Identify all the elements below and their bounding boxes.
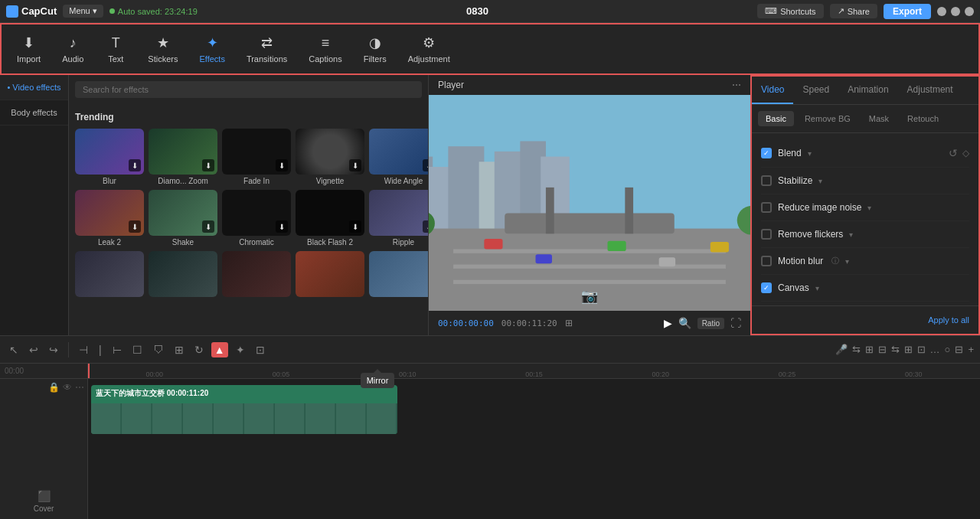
checkbox-motion-blur[interactable] xyxy=(761,256,772,266)
blend-dropdown-icon[interactable]: ▾ xyxy=(808,149,812,158)
toolbar-item-audio[interactable]: ♪ Audio xyxy=(53,31,93,68)
effects-icon: ✦ xyxy=(207,34,218,51)
share-button[interactable]: ↗ Share xyxy=(830,4,877,18)
option-row-stabilize: Stabilize ▾ xyxy=(761,168,969,194)
effect-card-r1[interactable] xyxy=(75,251,144,299)
effects-nav-video[interactable]: • Video effects xyxy=(0,75,68,100)
tl-add-icon[interactable]: ⊞ xyxy=(865,344,874,355)
effect-card-r5[interactable] xyxy=(369,251,428,299)
tl-mirror-button[interactable]: ▲ xyxy=(211,342,228,357)
toolbar-item-transitions[interactable]: ⇄ Transitions xyxy=(237,30,296,68)
option-left-canvas: ✓ Canvas ▾ xyxy=(761,282,819,293)
tl-split-left-button[interactable]: ⊣ xyxy=(76,342,91,357)
checkbox-reduce-noise[interactable] xyxy=(761,202,772,213)
canvas-dropdown-icon[interactable]: ▾ xyxy=(815,284,819,292)
effect-card-leak2[interactable]: ⬇ Leak 2 xyxy=(75,190,144,246)
tl-redo-button[interactable]: ↪ xyxy=(46,342,61,357)
tl-mic-icon[interactable]: 🎤 xyxy=(835,344,848,355)
tl-more-icon[interactable]: … xyxy=(930,344,940,355)
tl-eye-icon[interactable]: 👁 xyxy=(63,382,72,393)
tl-lock-icon[interactable]: 🔒 xyxy=(48,382,60,393)
menu-button[interactable]: Menu ▾ xyxy=(63,5,103,18)
checkbox-flickers[interactable] xyxy=(761,229,772,240)
subtab-mask[interactable]: Mask xyxy=(861,111,897,126)
shortcuts-button[interactable]: ⌨ Shortcuts xyxy=(757,4,823,18)
tab-animation[interactable]: Animation xyxy=(838,77,897,104)
minimize-button[interactable] xyxy=(937,7,946,16)
reset-blend-icon[interactable]: ↺ xyxy=(949,147,958,159)
stabilize-dropdown-icon[interactable]: ▾ xyxy=(818,177,822,185)
export-button[interactable]: Export xyxy=(884,4,931,19)
subtab-remove-bg[interactable]: Remove BG xyxy=(797,111,858,126)
effect-card-shake[interactable]: ⬇ Shake xyxy=(149,190,217,246)
diamond-blend-icon[interactable]: ◇ xyxy=(962,148,969,158)
fullscreen-icon[interactable]: ⛶ xyxy=(730,317,741,329)
checkbox-canvas[interactable]: ✓ xyxy=(761,282,772,293)
ratio-button[interactable]: Ratio xyxy=(697,318,724,329)
tl-more-track-icon[interactable]: ⋯ xyxy=(75,382,84,393)
checkbox-blend[interactable]: ✓ xyxy=(761,148,772,158)
tl-shield-button[interactable]: ⛉ xyxy=(150,342,167,357)
close-button[interactable] xyxy=(965,7,974,16)
subtab-retouch[interactable]: Retouch xyxy=(900,111,946,126)
maximize-button[interactable] xyxy=(951,7,960,16)
noise-dropdown-icon[interactable]: ▾ xyxy=(867,204,871,212)
tl-undo-button[interactable]: ↩ xyxy=(26,342,41,357)
tab-speed[interactable]: Speed xyxy=(793,77,838,104)
effect-card-wide-angle[interactable]: ⬇ Wide Angle xyxy=(369,129,428,185)
effect-card-chromatic[interactable]: ⬇ Chromatic xyxy=(222,190,291,246)
search-input[interactable] xyxy=(75,81,422,98)
tl-crop2-icon[interactable]: ⊡ xyxy=(917,344,926,355)
effect-card-black-flash[interactable]: ⬇ Black Flash 2 xyxy=(296,190,364,246)
tl-rotate-button[interactable]: ↻ xyxy=(191,342,207,357)
effects-nav-body[interactable]: Body effects xyxy=(0,100,68,126)
tl-zoom-in-icon[interactable]: + xyxy=(968,344,974,355)
cover-icon: ⬛ xyxy=(38,490,51,502)
tl-select-button[interactable]: ↖ xyxy=(6,342,21,357)
flickers-dropdown-icon[interactable]: ▾ xyxy=(849,230,853,239)
tl-delete-button[interactable]: ☐ xyxy=(129,342,145,357)
tl-crop-button[interactable]: ⊡ xyxy=(253,342,268,357)
effect-card-blur[interactable]: ⬇ Blur xyxy=(75,129,144,185)
tab-video[interactable]: Video xyxy=(752,77,793,104)
zoom-icon[interactable]: 🔍 xyxy=(678,317,691,329)
checkbox-stabilize[interactable] xyxy=(761,175,772,186)
effect-card-vignette[interactable]: ⬇ Vignette xyxy=(296,129,364,185)
motion-blur-info-icon[interactable]: ⓘ xyxy=(831,256,839,266)
effect-card-fade-in[interactable]: ⬇ Fade In xyxy=(222,129,291,185)
effect-card-r4[interactable] xyxy=(296,251,364,299)
tl-star-button[interactable]: ✦ xyxy=(233,342,248,357)
tl-link-icon[interactable]: ⇆ xyxy=(852,344,861,355)
tl-remove-icon[interactable]: ⊟ xyxy=(878,344,887,355)
effect-card-r2[interactable] xyxy=(149,251,217,299)
tab-adjustment[interactable]: Adjustment xyxy=(898,77,962,104)
toolbar-item-stickers[interactable]: ★ Stickers xyxy=(139,30,187,68)
subtab-basic[interactable]: Basic xyxy=(758,111,794,126)
toolbar-item-effects[interactable]: ✦ Effects xyxy=(190,30,234,68)
toolbar-item-filters[interactable]: ◑ Filters xyxy=(354,30,396,68)
svg-rect-17 xyxy=(608,241,626,251)
frame-grid-icon[interactable]: ⊞ xyxy=(565,318,573,328)
play-button[interactable]: ▶ xyxy=(664,317,672,329)
player-menu-icon[interactable]: ⋯ xyxy=(732,80,741,90)
tl-zoom-out-icon[interactable]: ⊟ xyxy=(955,344,963,355)
tl-link2-icon[interactable]: ⇆ xyxy=(891,344,900,355)
toolbar-item-import[interactable]: ⬇ Import xyxy=(8,30,50,68)
tl-split-mid-button[interactable]: | xyxy=(96,342,105,357)
effect-card-r3[interactable] xyxy=(222,251,291,299)
effect-thumb-ripple: ⬇ xyxy=(369,190,428,236)
cover-button[interactable]: ⬛ Cover xyxy=(0,484,87,519)
effect-card-diamond-zoom[interactable]: ⬇ Diamo... Zoom xyxy=(149,129,217,185)
toolbar-item-text[interactable]: T Text xyxy=(96,31,136,68)
toolbar-item-captions[interactable]: ≡ Captions xyxy=(299,31,351,68)
right-footer: Apply to all xyxy=(752,305,978,334)
tl-frameadd-icon[interactable]: ⊞ xyxy=(904,344,913,355)
toolbar-item-adjustment[interactable]: ⚙ Adjustment xyxy=(399,30,459,68)
apply-all-button[interactable]: Apply to all xyxy=(928,312,969,328)
tl-circle-icon[interactable]: ○ xyxy=(945,344,951,355)
tl-split-right-button[interactable]: ⊢ xyxy=(109,342,125,357)
motion-blur-dropdown-icon[interactable]: ▾ xyxy=(845,257,849,266)
effect-card-ripple[interactable]: ⬇ Ripple xyxy=(369,190,428,246)
tl-frame-button[interactable]: ⊞ xyxy=(172,342,187,357)
tl-video-clip[interactable]: 蓝天下的城市立交桥 00:00:11:20 xyxy=(91,385,397,434)
